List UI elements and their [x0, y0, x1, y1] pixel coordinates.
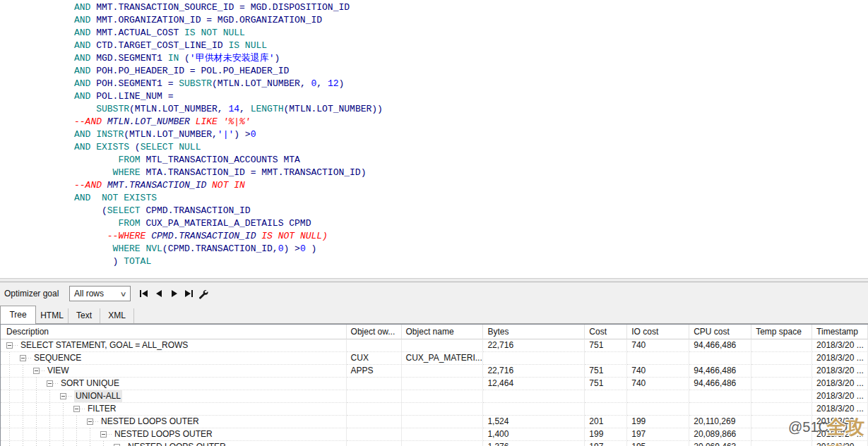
cell-io_cost	[627, 352, 689, 365]
tree-indent	[20, 378, 33, 390]
column-header-io_cost[interactable]: IO cost	[627, 325, 689, 339]
cell-cpu_cost: 20,069,463	[689, 441, 751, 446]
cell-bytes: 22,716	[483, 365, 585, 378]
tree-indent	[33, 441, 47, 446]
cell-io_cost: 199	[627, 416, 689, 428]
cell-cpu_cost: 94,466,486	[689, 378, 751, 390]
sql-line: AND CTD.TARGET_COST_LINE_ID IS NULL	[0, 40, 868, 52]
table-row[interactable]: SELECT STATEMENT, GOAL = ALL_ROWS22,7167…	[1, 339, 868, 352]
previous-record-button[interactable]	[151, 286, 167, 301]
optimizer-goal-label: Optimizer goal	[4, 282, 59, 306]
tree-indent	[73, 441, 87, 446]
tab-html[interactable]: HTML	[36, 308, 69, 323]
column-header-description[interactable]: Description	[1, 325, 347, 339]
cell-cpu_cost	[689, 352, 751, 365]
cell-bytes: 12,464	[483, 378, 585, 390]
cell-timestamp: 2018/3/20 ...	[812, 390, 868, 403]
cell-cpu_cost	[689, 403, 751, 416]
tree-collapse-icon[interactable]	[20, 355, 26, 361]
tree-collapse-icon[interactable]	[33, 368, 40, 374]
column-header-temp_space[interactable]: Temp space	[751, 325, 812, 339]
tree-indent	[6, 416, 20, 428]
tree-indent	[87, 441, 100, 446]
tree-indent	[100, 441, 114, 446]
tab-xml[interactable]: XML	[100, 308, 134, 323]
chevron-down-icon: ∨	[119, 290, 126, 298]
cell-temp_space	[751, 378, 812, 390]
cell-timestamp: 2018/3/20 ...	[812, 378, 868, 390]
cell-temp_space	[751, 352, 812, 365]
sql-editor[interactable]: AND MMT.TRANSACTION_SOURCE_ID = MGD.DISP…	[0, 0, 868, 279]
tree-collapse-icon[interactable]	[100, 431, 107, 438]
table-row[interactable]: NESTED LOOPS OUTER1,40019919720,089,8662…	[1, 428, 868, 441]
sql-line: AND NOT EXISTS	[0, 192, 868, 205]
cell-object_name	[402, 428, 484, 441]
column-header-object_owner[interactable]: Object ow...	[347, 325, 402, 339]
cell-cost: 199	[585, 428, 627, 441]
column-header-cpu_cost[interactable]: CPU cost	[689, 325, 751, 339]
sql-line: ) TOTAL	[0, 255, 868, 268]
tree-indent	[87, 428, 100, 441]
tab-tree[interactable]: Tree	[0, 306, 36, 324]
tree-indent	[20, 428, 33, 441]
tree-collapse-icon[interactable]	[87, 418, 93, 425]
sql-line: AND MMT.TRANSACTION_SOURCE_ID = MGD.DISP…	[0, 1, 868, 14]
table-row[interactable]: FILTER2018/3/20 ...	[1, 403, 868, 416]
tree-indent	[47, 403, 60, 416]
explain-plan-toolbar: Optimizer goal All rows ∨	[0, 282, 868, 306]
cell-timestamp: 2018/3/20 ...	[812, 428, 868, 441]
last-record-button[interactable]	[181, 286, 196, 301]
next-record-button[interactable]	[167, 286, 182, 301]
cell-cpu_cost: 94,466,486	[689, 339, 751, 352]
tree-collapse-icon[interactable]	[6, 342, 13, 349]
sql-line: AND POH.SEGMENT1 = SUBSTR(MTLN.LOT_NUMBE…	[0, 78, 868, 90]
column-header-object_name[interactable]: Object name	[402, 325, 484, 339]
tree-indent	[47, 428, 60, 441]
tree-indent	[20, 390, 33, 403]
cell-temp_space	[751, 390, 812, 403]
tree-indent	[47, 390, 60, 403]
column-header-cost[interactable]: Cost	[585, 325, 627, 339]
sql-line: AND MMT.ORGANIZATION_ID = MGD.ORGANIZATI…	[0, 14, 868, 27]
cell-timestamp: 2018/3/20 ...	[812, 403, 868, 416]
tree-indent	[60, 441, 73, 446]
preferences-button[interactable]	[195, 286, 210, 301]
cell-object_owner	[347, 378, 402, 390]
tree-indent	[60, 403, 73, 416]
table-row[interactable]: SEQUENCECUXCUX_PA_MATERI...2018/3/20 ...	[1, 352, 868, 365]
tree-indent	[60, 428, 73, 441]
tree-indent	[73, 428, 87, 441]
sql-line: --AND MMT.TRANSACTION_ID NOT IN	[0, 179, 868, 192]
cell-cost: 751	[585, 339, 627, 352]
table-row[interactable]: NESTED LOOPS OUTER1,37619719520,069,4632…	[1, 441, 868, 446]
tree-collapse-icon[interactable]	[60, 393, 66, 399]
tree-indent	[33, 390, 47, 403]
cell-io_cost: 740	[627, 378, 689, 390]
plan-node-label: SORT UNIQUE	[61, 378, 119, 390]
cell-object_owner	[347, 416, 402, 428]
table-row[interactable]: UNION-ALL2018/3/20 ...	[1, 390, 868, 403]
cell-temp_space	[751, 441, 812, 446]
first-record-button[interactable]	[136, 286, 151, 301]
cell-cost: 751	[585, 378, 627, 390]
plsql-developer-window: AND MMT.TRANSACTION_SOURCE_ID = MGD.DISP…	[0, 0, 868, 446]
cell-bytes: 1,400	[483, 428, 585, 441]
tree-collapse-icon[interactable]	[73, 406, 80, 412]
table-row[interactable]: NESTED LOOPS OUTER1,52420119920,110,2692…	[1, 416, 868, 428]
tree-indent	[33, 378, 47, 390]
column-header-bytes[interactable]: Bytes	[483, 325, 585, 339]
table-row[interactable]: VIEWAPPS22,71675174094,466,4862018/3/20 …	[1, 365, 868, 378]
optimizer-goal-dropdown[interactable]: All rows ∨	[69, 286, 131, 301]
table-row[interactable]: SORT UNIQUE12,46475174094,466,4862018/3/…	[1, 378, 868, 390]
tree-collapse-icon[interactable]	[47, 380, 53, 387]
column-header-timestamp[interactable]: Timestamp	[812, 325, 868, 339]
cell-object_owner	[347, 339, 402, 352]
tree-indent	[60, 416, 73, 428]
cell-cpu_cost: 94,466,486	[689, 365, 751, 378]
sql-line: FROM MTL_TRANSACTION_ACCOUNTS MTA	[0, 154, 868, 167]
tab-text[interactable]: Text	[69, 308, 100, 323]
cell-timestamp: 2018/3/20 ...	[812, 352, 868, 365]
cell-object_owner	[347, 428, 402, 441]
next-icon	[172, 290, 177, 297]
cell-temp_space	[751, 428, 812, 441]
